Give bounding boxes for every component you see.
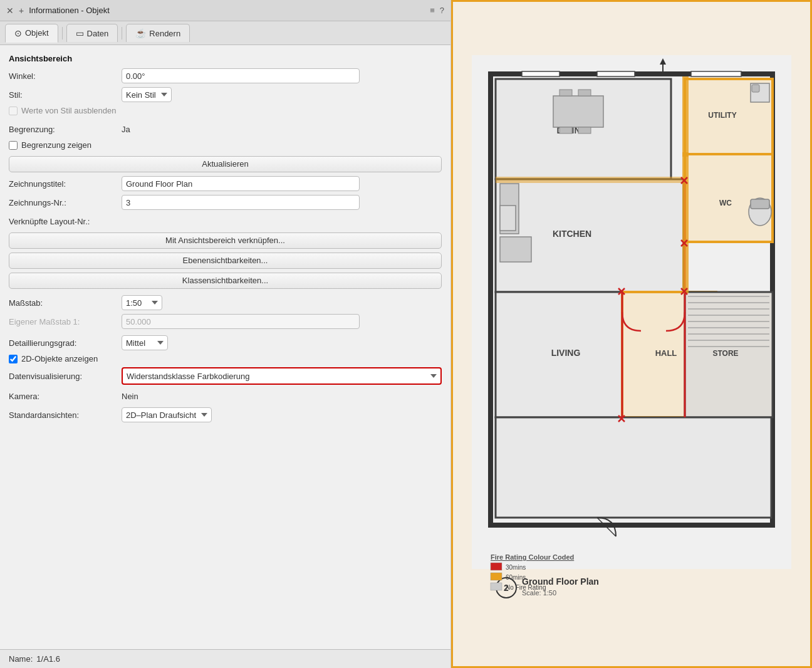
- left-panel: ✕ + Informationen - Objekt ≡ ? ⊙ Objekt …: [0, 0, 451, 668]
- svg-text:STORE: STORE: [712, 349, 738, 358]
- daten-tab-icon: ▭: [76, 28, 84, 38]
- svg-rect-60: [522, 71, 560, 76]
- werte-row: Werte von Stil ausblenden: [9, 106, 442, 115]
- section-title: Ansichtsbereich: [9, 54, 442, 63]
- begrenzung-row: Begrenzung: Ja: [9, 122, 442, 137]
- objekte-checkbox[interactable]: [9, 355, 18, 363]
- aktualisieren-button[interactable]: Aktualisieren: [9, 156, 442, 172]
- svg-rect-47: [682, 76, 689, 157]
- tabs-bar: ⊙ Objekt ▭ Daten ☕ Rendern: [0, 21, 450, 45]
- tab-divider-2: [122, 27, 122, 39]
- svg-text:WC: WC: [719, 199, 732, 207]
- winkel-label: Winkel:: [9, 71, 122, 81]
- zeichnungstitel-row: Zeichnungstitel:: [9, 176, 442, 191]
- floor-plan-svg: DINING UTILITY KITCHEN: [472, 30, 791, 644]
- zeichnungsnr-input[interactable]: [122, 195, 360, 210]
- eigener-massstab-row: Eigener Maßstab 1:: [9, 314, 442, 329]
- massstab-row: Maßstab: 1:50 1:100 1:200: [9, 295, 442, 310]
- svg-text:HALL: HALL: [655, 348, 677, 358]
- svg-text:LIVING: LIVING: [551, 348, 581, 358]
- standardansichten-label: Standardansichten:: [9, 410, 122, 420]
- standardansichten-row: Standardansichten: 2D–Plan Draufsicht 3D…: [9, 407, 442, 422]
- begrenzung-label: Begrenzung:: [9, 125, 122, 134]
- svg-rect-19: [500, 237, 531, 262]
- mit-ansicht-button[interactable]: Mit Ansichtsbereich verknüpfen...: [9, 232, 442, 249]
- svg-rect-40: [496, 417, 771, 518]
- verknuepfte-label: Verknüpfte Layout-Nr.:: [9, 217, 122, 226]
- title-bar: ✕ + Informationen - Objekt ≡ ?: [0, 0, 450, 21]
- svg-rect-5: [560, 90, 572, 96]
- svg-rect-71: [491, 573, 502, 580]
- svg-rect-73: [491, 583, 502, 590]
- panel-content: Ansichtsbereich Winkel: Stil: Kein Stil …: [0, 45, 450, 649]
- menu-icon[interactable]: ≡: [430, 6, 435, 15]
- svg-rect-45: [682, 152, 689, 293]
- datenvisualisierung-label: Datenvisualisierung:: [9, 372, 122, 381]
- kamera-label: Kamera:: [9, 392, 122, 401]
- svg-rect-61: [597, 71, 635, 76]
- zeichnungstitel-label: Zeichnungstitel:: [9, 179, 122, 189]
- svg-rect-46: [496, 177, 684, 183]
- datenvisualisierung-row: Datenvisualisierung: Widerstandsklasse F…: [9, 367, 442, 385]
- eigener-massstab-label: Eigener Maßstab 1:: [9, 317, 122, 326]
- svg-rect-20: [500, 206, 516, 231]
- detaillierung-row: Detaillierungsgrad: Mittel Niedrig Hoch: [9, 335, 442, 350]
- svg-text:60mins: 60mins: [506, 574, 526, 581]
- footer-bar: Name: 1/A1.6: [0, 649, 450, 668]
- tab-divider-1: [62, 27, 63, 39]
- detaillierung-select[interactable]: Mittel Niedrig Hoch: [122, 335, 168, 350]
- kamera-value: Nein: [122, 392, 442, 401]
- add-icon[interactable]: +: [19, 6, 24, 16]
- rendern-tab-icon: ☕: [135, 28, 146, 38]
- zeichnungstitel-input[interactable]: [122, 176, 360, 191]
- winkel-input[interactable]: [122, 68, 360, 83]
- massstab-select[interactable]: 1:50 1:100 1:200: [122, 295, 162, 310]
- werte-checkbox[interactable]: [9, 107, 18, 115]
- ebenensicht-button[interactable]: Ebenensichtbarkeiten...: [9, 253, 442, 269]
- begrenzung-zeigen-label: Begrenzung zeigen: [21, 140, 91, 150]
- svg-rect-8: [578, 127, 591, 133]
- svg-rect-6: [578, 90, 591, 96]
- tab-objekt[interactable]: ⊙ Objekt: [5, 24, 58, 43]
- footer-name-value: 1/A1.6: [36, 654, 60, 664]
- begrenzung-value: Ja: [122, 125, 442, 134]
- detaillierung-label: Detaillierungsgrad:: [9, 338, 122, 348]
- stil-select[interactable]: Kein Stil: [122, 87, 172, 102]
- svg-rect-15: [752, 85, 759, 92]
- svg-text:No Fire Rating: No Fire Rating: [506, 584, 546, 591]
- right-panel: DINING UTILITY KITCHEN: [451, 0, 812, 668]
- svg-text:KITCHEN: KITCHEN: [553, 229, 591, 239]
- datenvisualisierung-select[interactable]: Widerstandsklasse Farbkodierung Keine An…: [122, 367, 442, 385]
- objekte-label: 2D-Objekte anzeigen: [21, 354, 98, 363]
- tab-rendern-label: Rendern: [149, 29, 180, 38]
- tab-objekt-label: Objekt: [25, 28, 49, 38]
- stil-row: Stil: Kein Stil: [9, 87, 442, 102]
- svg-text:UTILITY: UTILITY: [708, 111, 736, 120]
- panel-title: Informationen - Objekt: [29, 6, 110, 15]
- werte-label: Werte von Stil ausblenden: [21, 106, 117, 115]
- help-icon[interactable]: ?: [440, 6, 444, 15]
- zeichnungsnr-label: Zeichnungs-Nr.:: [9, 198, 122, 207]
- svg-text:Fire Rating Colour Coded: Fire Rating Colour Coded: [491, 553, 574, 561]
- verknuepfte-row: Verknüpfte Layout-Nr.:: [9, 214, 442, 229]
- svg-rect-4: [553, 96, 603, 127]
- footer-name-label: Name:: [9, 654, 33, 664]
- svg-rect-24: [751, 199, 769, 209]
- svg-rect-62: [691, 71, 741, 76]
- objekte-row: 2D-Objekte anzeigen: [9, 354, 442, 363]
- svg-rect-69: [491, 563, 502, 570]
- standardansichten-select[interactable]: 2D–Plan Draufsicht 3D-Ansicht: [122, 407, 212, 422]
- winkel-row: Winkel:: [9, 68, 442, 83]
- tab-daten-label: Daten: [87, 29, 109, 38]
- kamera-row: Kamera: Nein: [9, 389, 442, 404]
- klassensicht-button[interactable]: Klassensichtbarkeiten...: [9, 273, 442, 289]
- massstab-label: Maßstab:: [9, 298, 122, 308]
- tab-daten[interactable]: ▭ Daten: [66, 24, 118, 42]
- close-icon[interactable]: ✕: [6, 6, 14, 16]
- begrenzung-zeigen-row: Begrenzung zeigen: [9, 140, 442, 150]
- stil-label: Stil:: [9, 90, 122, 100]
- tab-rendern[interactable]: ☕ Rendern: [126, 24, 190, 42]
- eigener-massstab-input: [122, 314, 360, 329]
- svg-text:30mins: 30mins: [506, 564, 526, 571]
- begrenzung-zeigen-checkbox[interactable]: [9, 141, 18, 150]
